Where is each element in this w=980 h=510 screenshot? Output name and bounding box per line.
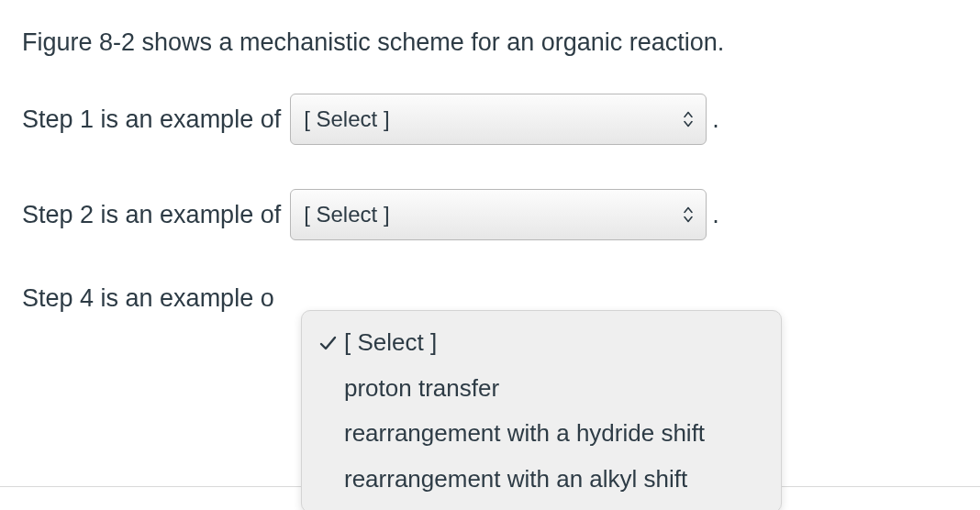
step-4-row: Step 4 is an example o <box>22 284 958 313</box>
step-2-label: Step 2 is an example of <box>22 201 281 229</box>
step-4-label: Step 4 is an example o <box>22 284 274 313</box>
step-2-select-value: [ Select ] <box>304 202 389 227</box>
dropdown-option-label: proton transfer <box>344 371 499 406</box>
step-2-select[interactable]: [ Select ] <box>290 189 707 240</box>
dropdown-option-label: [ Select ] <box>344 326 437 360</box>
step-1-label: Step 1 is an example of <box>22 105 281 134</box>
step-1-select[interactable]: [ Select ] <box>290 94 707 145</box>
select-arrows-icon <box>684 112 693 128</box>
question-page: Figure 8-2 shows a mechanistic scheme fo… <box>0 0 980 510</box>
step-2-period: . <box>712 201 719 229</box>
dropdown-option[interactable]: rearrangement with an alkyl shift <box>302 457 781 503</box>
step-2-row: Step 2 is an example of [ Select ] . <box>22 189 958 240</box>
dropdown-option-label: rearrangement with a hydride shift <box>344 416 705 451</box>
dropdown-option-label: rearrangement with an alkyl shift <box>344 462 687 497</box>
question-intro: Figure 8-2 shows a mechanistic scheme fo… <box>22 26 958 59</box>
checkmark-icon <box>318 334 344 352</box>
select-arrows-icon <box>684 207 693 223</box>
dropdown-option-selected[interactable]: [ Select ] <box>302 320 781 366</box>
step-1-period: . <box>712 105 719 134</box>
dropdown-option[interactable]: rearrangement with a hydride shift <box>302 411 781 457</box>
step-4-dropdown-menu[interactable]: [ Select ] proton transfer rearrangement… <box>301 310 782 510</box>
step-1-select-value: [ Select ] <box>304 106 389 132</box>
step-1-row: Step 1 is an example of [ Select ] . <box>22 94 958 145</box>
dropdown-option[interactable]: proton transfer <box>302 366 781 412</box>
